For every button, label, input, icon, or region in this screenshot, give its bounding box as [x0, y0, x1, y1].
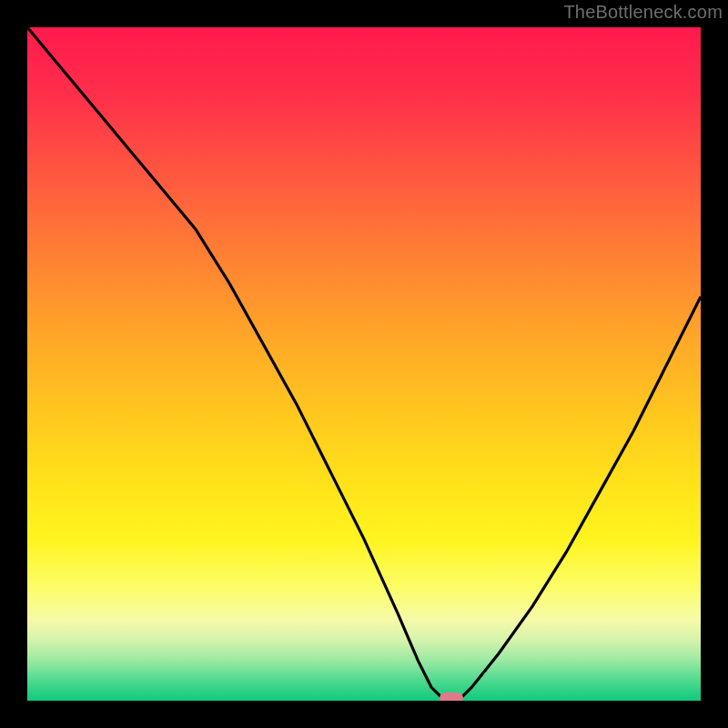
plot-area [27, 27, 701, 701]
optimal-marker [440, 693, 463, 701]
chart-frame: TheBottleneck.com [0, 0, 728, 728]
bottleneck-curve [27, 27, 701, 701]
watermark-text: TheBottleneck.com [563, 2, 723, 23]
